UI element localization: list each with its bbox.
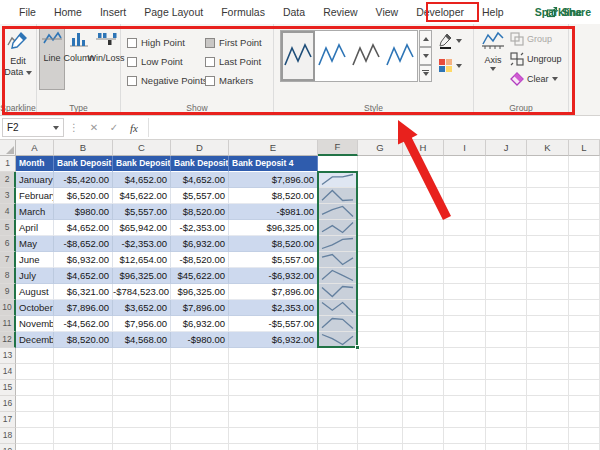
cell-C2[interactable]: $4,652.00 (113, 172, 171, 188)
row-header-6[interactable]: 6 (0, 236, 16, 252)
cell-B10[interactable]: $7,896.00 (54, 300, 113, 316)
formula-input[interactable] (148, 118, 600, 137)
cell-A14[interactable] (16, 364, 54, 380)
cell-I7[interactable] (444, 252, 486, 268)
tab-review[interactable]: Review (314, 0, 366, 24)
cell-E7[interactable]: $5,557.00 (229, 252, 318, 268)
cell-I14[interactable] (444, 364, 486, 380)
cell-B16[interactable] (54, 396, 113, 412)
cell-I8[interactable] (444, 268, 486, 284)
name-box[interactable]: F2 (2, 118, 64, 137)
cell-K13[interactable] (527, 348, 569, 364)
cell-I9[interactable] (444, 284, 486, 300)
marker-color-button[interactable] (436, 55, 466, 77)
cell-L19[interactable] (569, 444, 600, 450)
row-header-3[interactable]: 3 (0, 188, 16, 204)
select-all-corner[interactable] (0, 140, 16, 156)
cell-F19[interactable] (318, 444, 358, 450)
cell-E14[interactable] (229, 364, 318, 380)
cell-K3[interactable] (527, 188, 569, 204)
cell-K1[interactable] (527, 156, 569, 172)
table-header-A1[interactable]: Month (16, 156, 54, 172)
table-header-C1[interactable]: Bank Deposit 2 (113, 156, 171, 172)
cell-L3[interactable] (569, 188, 600, 204)
cell-J10[interactable] (486, 300, 527, 316)
cell-E18[interactable] (229, 428, 318, 444)
sparkline-cell-F5[interactable] (318, 220, 358, 236)
row-header-13[interactable]: 13 (0, 348, 16, 364)
cell-C8[interactable]: $96,325.00 (113, 268, 171, 284)
cell-I2[interactable] (444, 172, 486, 188)
edit-data-button[interactable]: Edit Data (1, 28, 35, 90)
cell-F1[interactable] (318, 156, 358, 172)
row-header-18[interactable]: 18 (0, 428, 16, 444)
cell-J9[interactable] (486, 284, 527, 300)
cell-C7[interactable]: $12,654.00 (113, 252, 171, 268)
cell-G5[interactable] (358, 220, 403, 236)
cell-B4[interactable]: $980.00 (54, 204, 113, 220)
cell-G15[interactable] (358, 380, 403, 396)
cell-H4[interactable] (403, 204, 444, 220)
cell-J3[interactable] (486, 188, 527, 204)
sparkline-cell-F3[interactable] (318, 188, 358, 204)
column-header-I[interactable]: I (444, 140, 486, 156)
cell-L14[interactable] (569, 364, 600, 380)
cell-C14[interactable] (113, 364, 171, 380)
cell-D13[interactable] (171, 348, 229, 364)
cell-C10[interactable]: $3,652.00 (113, 300, 171, 316)
cell-D11[interactable]: $6,932.00 (171, 316, 229, 332)
cell-H17[interactable] (403, 412, 444, 428)
cell-D15[interactable] (171, 380, 229, 396)
cell-G9[interactable] (358, 284, 403, 300)
cell-H8[interactable] (403, 268, 444, 284)
sparkline-cell-F4[interactable] (318, 204, 358, 220)
cell-J14[interactable] (486, 364, 527, 380)
cell-E16[interactable] (229, 396, 318, 412)
style-preview-1[interactable] (281, 31, 315, 81)
row-header-2[interactable]: 2 (0, 172, 16, 188)
cell-B8[interactable]: $4,652.00 (54, 268, 113, 284)
cell-D16[interactable] (171, 396, 229, 412)
cell-G10[interactable] (358, 300, 403, 316)
cell-G18[interactable] (358, 428, 403, 444)
row-header-16[interactable]: 16 (0, 396, 16, 412)
table-header-D1[interactable]: Bank Deposit 3 (171, 156, 229, 172)
ungroup-button[interactable]: Ungroup (510, 51, 562, 67)
insert-function-icon[interactable]: fx (124, 122, 144, 134)
cell-D8[interactable]: $45,622.00 (171, 268, 229, 284)
cell-C19[interactable] (113, 444, 171, 450)
cell-J7[interactable] (486, 252, 527, 268)
cell-C13[interactable] (113, 348, 171, 364)
cell-E8[interactable]: -$6,932.00 (229, 268, 318, 284)
style-gallery-more-button[interactable] (419, 65, 432, 82)
row-header-10[interactable]: 10 (0, 300, 16, 316)
table-header-E1[interactable]: Bank Deposit 4 (229, 156, 318, 172)
cell-F17[interactable] (318, 412, 358, 428)
cell-G6[interactable] (358, 236, 403, 252)
cell-F18[interactable] (318, 428, 358, 444)
cell-D2[interactable]: $4,652.00 (171, 172, 229, 188)
cell-J17[interactable] (486, 412, 527, 428)
cell-C12[interactable]: $4,568.00 (113, 332, 171, 348)
cell-C16[interactable] (113, 396, 171, 412)
sparkline-color-button[interactable] (436, 30, 466, 52)
row-header-12[interactable]: 12 (0, 332, 16, 348)
cell-A4[interactable]: March (16, 204, 54, 220)
cell-H11[interactable] (403, 316, 444, 332)
cell-K19[interactable] (527, 444, 569, 450)
cell-D9[interactable]: $96,325.00 (171, 284, 229, 300)
checkbox-markers[interactable]: Markers (205, 71, 277, 90)
cell-C18[interactable] (113, 428, 171, 444)
row-header-19[interactable]: 19 (0, 444, 16, 450)
cell-H5[interactable] (403, 220, 444, 236)
cell-E19[interactable] (229, 444, 318, 450)
cell-L12[interactable] (569, 332, 600, 348)
cell-B15[interactable] (54, 380, 113, 396)
cell-J16[interactable] (486, 396, 527, 412)
cell-D12[interactable]: -$980.00 (171, 332, 229, 348)
cell-D14[interactable] (171, 364, 229, 380)
cell-I16[interactable] (444, 396, 486, 412)
cell-B19[interactable] (54, 444, 113, 450)
cell-K5[interactable] (527, 220, 569, 236)
sparkline-cell-F2[interactable] (318, 172, 358, 188)
